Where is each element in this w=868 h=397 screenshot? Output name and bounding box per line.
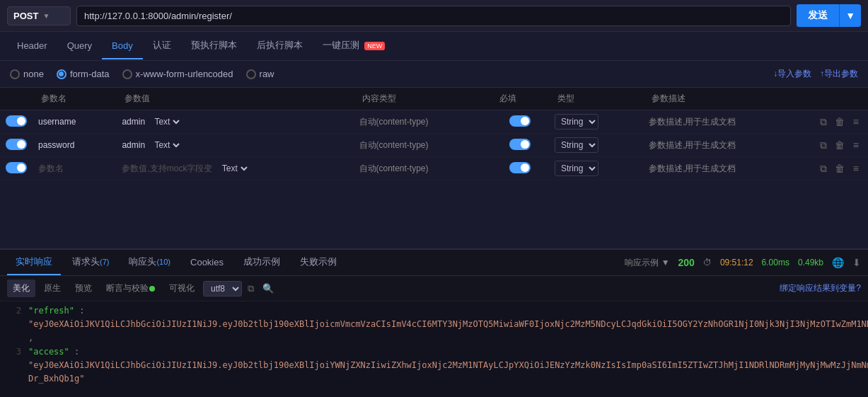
tab-fail-example[interactable]: 失败示例 <box>291 250 345 275</box>
response-duration: 6.00ms <box>762 258 789 267</box>
resp-tab-visual[interactable]: 可视化 <box>163 280 200 297</box>
tab-auth[interactable]: 认证 <box>143 32 181 60</box>
download-icon[interactable]: ⬇ <box>852 257 861 268</box>
row3-content-type-cell: 自动(content-type) <box>354 157 492 180</box>
globe-icon[interactable]: 🌐 <box>832 257 844 268</box>
response-status-section: 响应示例 ▼ 200 ⏱ 09:51:12 6.00ms 0.49kb 🌐 ⬇ <box>625 257 861 269</box>
import-export-group: ↓导入参数 ↑导出参数 <box>773 68 858 80</box>
json-response-view: 2 "refresh" : "eyJ0eXAiOiJKV1QiLCJhbGciO… <box>0 301 868 386</box>
tab-pre-script[interactable]: 预执行脚本 <box>181 32 247 60</box>
row1-name: username <box>38 117 76 127</box>
copy-response-button[interactable]: ⧉ <box>245 282 257 296</box>
row2-string-select[interactable]: String <box>555 137 598 153</box>
row3-name: 参数名 <box>38 163 64 173</box>
url-input[interactable] <box>76 6 791 26</box>
row1-type-cell: String <box>549 110 643 134</box>
status-code: 200 <box>678 257 695 268</box>
resp-tab-assertion[interactable]: 断言与校验 <box>100 280 161 297</box>
tab-post-script[interactable]: 后执行脚本 <box>247 32 313 60</box>
send-button[interactable]: 发送 <box>797 4 839 27</box>
col-desc: 参数描述 <box>643 88 811 110</box>
radio-urlencoded[interactable]: x-www-form-urlencoded <box>122 69 233 79</box>
col-param-value: 参数值 <box>116 88 353 110</box>
table-row: password admin Text 自动(content-type) Str <box>0 134 868 157</box>
tab-req-header[interactable]: 请求头(7) <box>64 250 117 275</box>
json-line-3: 3 "access" : "eyJ0eXAiOiJKV1QiLCJhbGciOi… <box>7 345 861 386</box>
row2-value: admin <box>122 140 145 150</box>
json-line-4: 4 } <box>7 386 861 386</box>
response-size: 0.49kb <box>798 258 823 267</box>
row2-name-cell: password <box>33 134 116 157</box>
row2-copy-button[interactable]: ⧉ <box>817 138 830 153</box>
search-response-button[interactable]: 🔍 <box>260 282 277 295</box>
row1-string-select[interactable]: String <box>555 114 598 130</box>
col-toggle <box>0 88 33 110</box>
json-line-2: 2 "refresh" : "eyJ0eXAiOiJKV1QiLCJhbGciO… <box>7 304 861 345</box>
row2-delete-button[interactable]: 🗑 <box>832 138 847 152</box>
tab-resp-header[interactable]: 响应头(10) <box>120 250 179 275</box>
tab-cookies[interactable]: Cookies <box>182 251 232 275</box>
row1-desc-cell: 参数描述,用于生成文档 <box>643 110 811 134</box>
row2-required-toggle[interactable] <box>509 139 531 150</box>
col-actions <box>811 88 868 110</box>
table-header-row: 参数名 参数值 内容类型 必填 类型 参数描述 <box>0 88 868 110</box>
row1-menu-button[interactable]: ≡ <box>850 115 862 129</box>
row1-toggle[interactable] <box>6 115 27 127</box>
resp-tab-beautify[interactable]: 美化 <box>7 280 35 297</box>
tab-realtime[interactable]: 实时响应 <box>7 250 61 275</box>
tab-body[interactable]: Body <box>102 33 143 59</box>
row1-type-select[interactable]: Text <box>151 116 182 127</box>
radio-raw[interactable]: raw <box>246 69 274 79</box>
row3-toggle[interactable] <box>6 162 27 173</box>
row3-type-select[interactable]: Text <box>219 163 250 174</box>
radio-none[interactable]: none <box>10 69 44 79</box>
row1-value: admin <box>122 117 145 127</box>
row1-required-toggle[interactable] <box>509 115 531 127</box>
row3-string-select[interactable]: String <box>555 161 598 176</box>
export-params-button[interactable]: ↑导出参数 <box>820 68 858 80</box>
resp-tab-preview[interactable]: 预览 <box>69 280 98 297</box>
row1-toggle-cell <box>0 110 33 134</box>
response-time: 09:51:12 <box>720 258 753 267</box>
import-params-button[interactable]: ↓导入参数 <box>773 68 811 80</box>
params-area: 参数名 参数值 内容类型 必填 类型 参数描述 username admin <box>0 88 868 248</box>
row2-desc: 参数描述,用于生成文档 <box>649 140 736 150</box>
send-button-group: 发送 ▼ <box>797 4 861 27</box>
row2-type-select[interactable]: Text <box>151 139 182 151</box>
example-select[interactable]: 响应示例 ▼ <box>625 257 669 269</box>
send-dropdown-button[interactable]: ▼ <box>840 5 861 26</box>
response-format-toolbar: 美化 原生 预览 断言与校验 可视化 utf8 gbk ⧉ 🔍 绑定响应结果到变… <box>0 276 868 301</box>
row1-copy-button[interactable]: ⧉ <box>817 115 830 130</box>
row1-actions-cell: ⧉ 🗑 ≡ <box>811 110 868 134</box>
row2-toggle-cell <box>0 134 33 157</box>
col-param-name: 参数名 <box>33 88 116 110</box>
row3-delete-button[interactable]: 🗑 <box>832 161 847 176</box>
row3-value-cell: 参数值,支持mock字段变 Text <box>116 157 353 180</box>
encoding-select[interactable]: utf8 gbk <box>203 281 242 297</box>
radio-form-data[interactable]: form-data <box>57 69 110 79</box>
row1-delete-button[interactable]: 🗑 <box>832 115 847 129</box>
row2-content-type-cell: 自动(content-type) <box>354 134 492 157</box>
resp-tab-raw[interactable]: 原生 <box>38 280 66 297</box>
row3-menu-button[interactable]: ≡ <box>850 161 862 176</box>
tab-header[interactable]: Header <box>7 33 57 59</box>
radio-form-data-circle <box>57 69 66 79</box>
row3-required-toggle[interactable] <box>509 162 531 173</box>
row2-toggle[interactable] <box>6 139 27 150</box>
row2-content-type: 自动(content-type) <box>359 140 429 150</box>
row1-desc: 参数描述,用于生成文档 <box>649 117 736 127</box>
tab-query[interactable]: Query <box>57 33 102 59</box>
bind-variable-button[interactable]: 绑定响应结果到变量? <box>780 282 861 294</box>
radio-none-circle <box>10 69 20 79</box>
tab-onekey[interactable]: 一键压测 NEW <box>313 32 395 60</box>
assertion-dot <box>149 286 155 292</box>
method-selector[interactable]: POST ▼ <box>7 6 71 25</box>
row2-required-cell <box>491 134 549 157</box>
row3-copy-button[interactable]: ⧉ <box>817 161 830 176</box>
row2-menu-button[interactable]: ≡ <box>850 138 862 152</box>
tab-success-example[interactable]: 成功示例 <box>235 250 289 275</box>
row3-type-cell: String <box>549 157 643 180</box>
col-content-type: 内容类型 <box>354 88 492 110</box>
radio-raw-circle <box>246 69 256 79</box>
table-row: 参数名 参数值,支持mock字段变 Text 自动(content-type) <box>0 157 868 180</box>
